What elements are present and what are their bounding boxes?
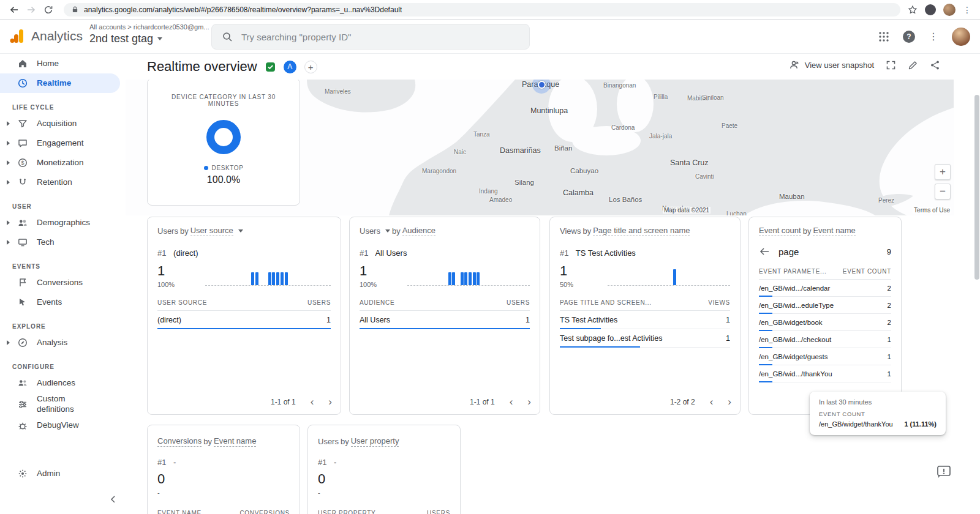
- pager-prev-icon[interactable]: ‹: [311, 397, 314, 407]
- user-avatar[interactable]: [952, 28, 970, 46]
- map-city-label: Indang: [479, 188, 498, 195]
- sidebar-item-retention[interactable]: Retention: [0, 173, 126, 192]
- help-icon[interactable]: ?: [903, 31, 915, 43]
- table-row: TS Test Activities 1: [560, 311, 730, 329]
- fullscreen-icon[interactable]: [886, 60, 896, 70]
- card-title-picker[interactable]: Users by User source: [157, 226, 331, 236]
- map-city-label: Jala-jala: [649, 133, 672, 140]
- share-icon[interactable]: [930, 60, 940, 70]
- account-breadcrumb: All accounts > richardcortez0530@gm...: [89, 23, 209, 31]
- acquisition-icon: [17, 118, 28, 129]
- map-city-label: Perez: [878, 197, 894, 204]
- comparison-chip[interactable]: A: [284, 61, 296, 73]
- apps-grid-icon[interactable]: [878, 31, 889, 42]
- map-city-label: Silang: [514, 179, 534, 186]
- gear-icon: [17, 468, 28, 479]
- metric-percent: 100%: [360, 281, 407, 288]
- sparkline: [205, 264, 331, 286]
- sidebar-item-debugview[interactable]: DebugView: [0, 416, 126, 436]
- card-title-picker[interactable]: Event count by Event name: [759, 226, 891, 236]
- add-comparison-button[interactable]: +: [304, 61, 317, 73]
- map-city-label: Calamba: [563, 188, 594, 197]
- device-donut-chart: [206, 120, 241, 154]
- sidebar-item-tech[interactable]: Tech: [0, 233, 126, 252]
- view-user-snapshot-button[interactable]: View user snapshot: [789, 60, 874, 70]
- sidebar-item-conversions[interactable]: Conversions: [0, 273, 126, 292]
- browser-back-icon[interactable]: [6, 2, 22, 18]
- browser-reload-icon[interactable]: [40, 2, 56, 18]
- card-title-picker[interactable]: Views by Page title and screen name: [560, 226, 730, 236]
- map-city-label: Dasmariñas: [500, 146, 541, 155]
- sidebar-item-home[interactable]: Home: [0, 54, 126, 73]
- sidebar-item-demographics[interactable]: Demographics: [0, 213, 126, 233]
- map-city-label: Cavinti: [695, 173, 714, 180]
- active-user-marker: [538, 81, 546, 89]
- browser-profile-avatar[interactable]: [943, 4, 956, 16]
- data-collection-active-icon: [265, 62, 276, 72]
- map-city-label: Tanza: [473, 131, 490, 138]
- sidebar-item-custom-definitions[interactable]: Custom definitions: [0, 393, 126, 416]
- sidebar-item-monetization[interactable]: $ Monetization: [0, 153, 126, 173]
- pager-prev-icon[interactable]: ‹: [510, 397, 513, 407]
- browser-forward-icon[interactable]: [23, 2, 39, 18]
- sidebar-collapse-icon[interactable]: [106, 492, 121, 507]
- metric-percent: -: [318, 489, 450, 496]
- google-analytics-logo[interactable]: Analytics: [9, 28, 83, 45]
- expand-arrow-icon: [7, 340, 10, 345]
- sidebar-item-admin[interactable]: Admin: [0, 464, 126, 483]
- table-row: Test subpage fo...est Activities 1: [560, 329, 730, 348]
- metric-value: 1: [360, 264, 407, 278]
- sparkline: [407, 264, 530, 286]
- pagination-label: 1-1 of 1: [470, 398, 495, 406]
- bookmark-star-icon[interactable]: [908, 5, 918, 15]
- card-title-picker[interactable]: Users by Audience: [360, 226, 530, 236]
- browser-address-bar[interactable]: analytics.google.com/analytics/web/#/p26…: [64, 3, 900, 17]
- audiences-icon: [17, 378, 28, 389]
- pager-next-icon[interactable]: ›: [328, 397, 332, 407]
- sparkline: [608, 264, 730, 286]
- table-row: /en_GB/wid...eduleType2: [759, 297, 891, 314]
- customize-report-icon[interactable]: [908, 60, 918, 70]
- card-conversions-by-event-name: Conversions by Event name #1 - 0 - EVENT…: [147, 425, 300, 514]
- browser-menu-icon[interactable]: ⋮: [963, 6, 971, 14]
- sidebar-item-realtime[interactable]: Realtime: [0, 73, 120, 93]
- sidebar-item-events[interactable]: Events: [0, 292, 126, 312]
- extension-icon[interactable]: [925, 4, 936, 15]
- card-title-picker[interactable]: Users by User property: [318, 436, 450, 447]
- map-city-label: Naic: [454, 149, 466, 155]
- map-city-label: Cardona: [611, 124, 635, 131]
- pager-prev-icon[interactable]: ‹: [710, 397, 714, 407]
- card-users-by-audience: Users by Audience #1 All Users 1 100% AU…: [349, 217, 540, 415]
- account-picker[interactable]: All accounts > richardcortez0530@gm... 2…: [89, 23, 209, 45]
- map-zoom-in-button[interactable]: +: [935, 164, 951, 180]
- map-terms-link[interactable]: Terms of Use: [913, 207, 951, 214]
- event-breadcrumb-count: 9: [887, 247, 891, 256]
- analytics-logo-icon: [9, 28, 26, 45]
- table-row: (direct) 1: [157, 311, 331, 329]
- browser-chrome: analytics.google.com/analytics/web/#/p26…: [0, 0, 980, 20]
- custom-definitions-icon: [17, 399, 28, 410]
- page-scrollbar[interactable]: [974, 95, 979, 280]
- sidebar-item-analysis[interactable]: Analysis: [0, 333, 126, 352]
- search-input[interactable]: [241, 32, 519, 42]
- app-menu-icon[interactable]: ⋮: [929, 32, 938, 42]
- map-city-label: Pililla: [654, 94, 668, 100]
- flag-icon: [17, 277, 28, 288]
- expand-arrow-icon: [7, 121, 10, 126]
- card-title-picker[interactable]: Conversions by Event name: [157, 436, 290, 447]
- lock-icon: [71, 6, 79, 13]
- map-zoom-out-button[interactable]: −: [935, 184, 951, 199]
- global-search[interactable]: [211, 24, 530, 50]
- back-arrow-icon[interactable]: [759, 246, 770, 257]
- pager-next-icon[interactable]: ›: [728, 397, 731, 407]
- retention-icon: [17, 177, 28, 188]
- sidebar-item-engagement[interactable]: Engagement: [0, 133, 126, 153]
- feedback-button[interactable]: [936, 464, 952, 480]
- sidebar-item-audiences[interactable]: Audiences: [0, 373, 126, 393]
- card-users-by-user-source: Users by User source #1 (direct) 1 100% …: [147, 217, 341, 415]
- map-city-label: Los Baños: [609, 196, 642, 203]
- sidebar-section-user: USER: [0, 199, 126, 213]
- map-city-label: Amadeo: [489, 196, 512, 203]
- sidebar-item-acquisition[interactable]: Acquisition: [0, 114, 126, 133]
- pager-next-icon[interactable]: ›: [527, 397, 531, 407]
